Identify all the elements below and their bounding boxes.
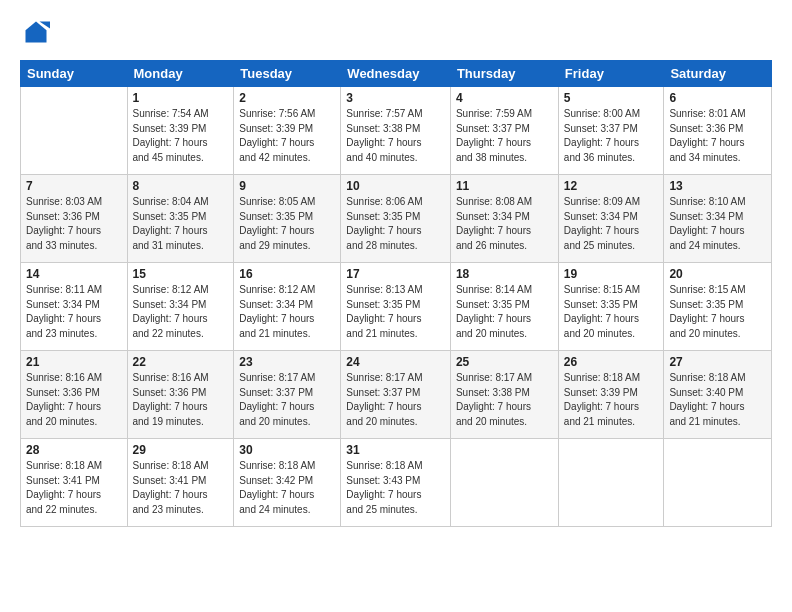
day-info: Sunrise: 8:18 AMSunset: 3:41 PMDaylight:… [26, 459, 122, 517]
day-cell: 4Sunrise: 7:59 AMSunset: 3:37 PMDaylight… [450, 87, 558, 175]
day-number: 2 [239, 91, 335, 105]
day-cell: 8Sunrise: 8:04 AMSunset: 3:35 PMDaylight… [127, 175, 234, 263]
day-info: Sunrise: 8:18 AMSunset: 3:39 PMDaylight:… [564, 371, 659, 429]
week-row-4: 21Sunrise: 8:16 AMSunset: 3:36 PMDayligh… [21, 351, 772, 439]
day-header-saturday: Saturday [664, 61, 772, 87]
day-number: 15 [133, 267, 229, 281]
day-number: 9 [239, 179, 335, 193]
day-number: 29 [133, 443, 229, 457]
day-info: Sunrise: 8:10 AMSunset: 3:34 PMDaylight:… [669, 195, 766, 253]
week-row-1: 1Sunrise: 7:54 AMSunset: 3:39 PMDaylight… [21, 87, 772, 175]
calendar: SundayMondayTuesdayWednesdayThursdayFrid… [20, 60, 772, 527]
day-info: Sunrise: 8:00 AMSunset: 3:37 PMDaylight:… [564, 107, 659, 165]
day-number: 19 [564, 267, 659, 281]
day-cell: 3Sunrise: 7:57 AMSunset: 3:38 PMDaylight… [341, 87, 451, 175]
day-cell: 24Sunrise: 8:17 AMSunset: 3:37 PMDayligh… [341, 351, 451, 439]
day-cell: 9Sunrise: 8:05 AMSunset: 3:35 PMDaylight… [234, 175, 341, 263]
day-header-friday: Friday [558, 61, 664, 87]
day-cell: 12Sunrise: 8:09 AMSunset: 3:34 PMDayligh… [558, 175, 664, 263]
day-info: Sunrise: 7:56 AMSunset: 3:39 PMDaylight:… [239, 107, 335, 165]
week-row-2: 7Sunrise: 8:03 AMSunset: 3:36 PMDaylight… [21, 175, 772, 263]
day-info: Sunrise: 8:03 AMSunset: 3:36 PMDaylight:… [26, 195, 122, 253]
day-number: 27 [669, 355, 766, 369]
day-header-wednesday: Wednesday [341, 61, 451, 87]
day-cell: 2Sunrise: 7:56 AMSunset: 3:39 PMDaylight… [234, 87, 341, 175]
day-number: 25 [456, 355, 553, 369]
header [20, 18, 772, 50]
day-info: Sunrise: 7:57 AMSunset: 3:38 PMDaylight:… [346, 107, 445, 165]
day-cell: 21Sunrise: 8:16 AMSunset: 3:36 PMDayligh… [21, 351, 128, 439]
day-info: Sunrise: 8:14 AMSunset: 3:35 PMDaylight:… [456, 283, 553, 341]
day-number: 1 [133, 91, 229, 105]
week-row-5: 28Sunrise: 8:18 AMSunset: 3:41 PMDayligh… [21, 439, 772, 527]
day-cell: 27Sunrise: 8:18 AMSunset: 3:40 PMDayligh… [664, 351, 772, 439]
day-cell: 1Sunrise: 7:54 AMSunset: 3:39 PMDaylight… [127, 87, 234, 175]
day-cell [450, 439, 558, 527]
day-info: Sunrise: 8:08 AMSunset: 3:34 PMDaylight:… [456, 195, 553, 253]
day-cell: 10Sunrise: 8:06 AMSunset: 3:35 PMDayligh… [341, 175, 451, 263]
day-number: 4 [456, 91, 553, 105]
day-number: 10 [346, 179, 445, 193]
day-number: 21 [26, 355, 122, 369]
day-number: 8 [133, 179, 229, 193]
day-number: 11 [456, 179, 553, 193]
day-number: 12 [564, 179, 659, 193]
day-number: 5 [564, 91, 659, 105]
day-number: 7 [26, 179, 122, 193]
day-info: Sunrise: 8:17 AMSunset: 3:37 PMDaylight:… [346, 371, 445, 429]
day-info: Sunrise: 7:54 AMSunset: 3:39 PMDaylight:… [133, 107, 229, 165]
day-cell: 19Sunrise: 8:15 AMSunset: 3:35 PMDayligh… [558, 263, 664, 351]
day-number: 17 [346, 267, 445, 281]
day-number: 31 [346, 443, 445, 457]
day-cell: 16Sunrise: 8:12 AMSunset: 3:34 PMDayligh… [234, 263, 341, 351]
day-header-sunday: Sunday [21, 61, 128, 87]
svg-marker-0 [26, 22, 47, 43]
day-cell: 18Sunrise: 8:14 AMSunset: 3:35 PMDayligh… [450, 263, 558, 351]
day-number: 26 [564, 355, 659, 369]
day-info: Sunrise: 8:18 AMSunset: 3:40 PMDaylight:… [669, 371, 766, 429]
day-cell: 20Sunrise: 8:15 AMSunset: 3:35 PMDayligh… [664, 263, 772, 351]
day-info: Sunrise: 8:13 AMSunset: 3:35 PMDaylight:… [346, 283, 445, 341]
day-number: 18 [456, 267, 553, 281]
day-number: 13 [669, 179, 766, 193]
week-row-3: 14Sunrise: 8:11 AMSunset: 3:34 PMDayligh… [21, 263, 772, 351]
day-info: Sunrise: 8:18 AMSunset: 3:41 PMDaylight:… [133, 459, 229, 517]
day-number: 23 [239, 355, 335, 369]
day-info: Sunrise: 7:59 AMSunset: 3:37 PMDaylight:… [456, 107, 553, 165]
day-info: Sunrise: 8:15 AMSunset: 3:35 PMDaylight:… [669, 283, 766, 341]
day-info: Sunrise: 8:05 AMSunset: 3:35 PMDaylight:… [239, 195, 335, 253]
day-info: Sunrise: 8:17 AMSunset: 3:38 PMDaylight:… [456, 371, 553, 429]
day-info: Sunrise: 8:09 AMSunset: 3:34 PMDaylight:… [564, 195, 659, 253]
day-info: Sunrise: 8:16 AMSunset: 3:36 PMDaylight:… [26, 371, 122, 429]
day-cell: 29Sunrise: 8:18 AMSunset: 3:41 PMDayligh… [127, 439, 234, 527]
day-number: 30 [239, 443, 335, 457]
day-cell: 11Sunrise: 8:08 AMSunset: 3:34 PMDayligh… [450, 175, 558, 263]
day-info: Sunrise: 8:11 AMSunset: 3:34 PMDaylight:… [26, 283, 122, 341]
day-info: Sunrise: 8:04 AMSunset: 3:35 PMDaylight:… [133, 195, 229, 253]
day-number: 28 [26, 443, 122, 457]
day-cell: 17Sunrise: 8:13 AMSunset: 3:35 PMDayligh… [341, 263, 451, 351]
day-header-monday: Monday [127, 61, 234, 87]
day-info: Sunrise: 8:12 AMSunset: 3:34 PMDaylight:… [133, 283, 229, 341]
day-info: Sunrise: 8:12 AMSunset: 3:34 PMDaylight:… [239, 283, 335, 341]
day-cell [558, 439, 664, 527]
day-info: Sunrise: 8:15 AMSunset: 3:35 PMDaylight:… [564, 283, 659, 341]
logo [20, 18, 54, 50]
day-cell: 22Sunrise: 8:16 AMSunset: 3:36 PMDayligh… [127, 351, 234, 439]
day-number: 3 [346, 91, 445, 105]
day-number: 16 [239, 267, 335, 281]
day-cell: 14Sunrise: 8:11 AMSunset: 3:34 PMDayligh… [21, 263, 128, 351]
day-info: Sunrise: 8:17 AMSunset: 3:37 PMDaylight:… [239, 371, 335, 429]
day-number: 24 [346, 355, 445, 369]
day-cell: 26Sunrise: 8:18 AMSunset: 3:39 PMDayligh… [558, 351, 664, 439]
day-cell: 30Sunrise: 8:18 AMSunset: 3:42 PMDayligh… [234, 439, 341, 527]
page: SundayMondayTuesdayWednesdayThursdayFrid… [0, 0, 792, 612]
day-number: 14 [26, 267, 122, 281]
day-cell: 15Sunrise: 8:12 AMSunset: 3:34 PMDayligh… [127, 263, 234, 351]
day-number: 22 [133, 355, 229, 369]
day-number: 6 [669, 91, 766, 105]
logo-icon [22, 18, 50, 46]
day-header-thursday: Thursday [450, 61, 558, 87]
day-info: Sunrise: 8:16 AMSunset: 3:36 PMDaylight:… [133, 371, 229, 429]
day-cell: 31Sunrise: 8:18 AMSunset: 3:43 PMDayligh… [341, 439, 451, 527]
